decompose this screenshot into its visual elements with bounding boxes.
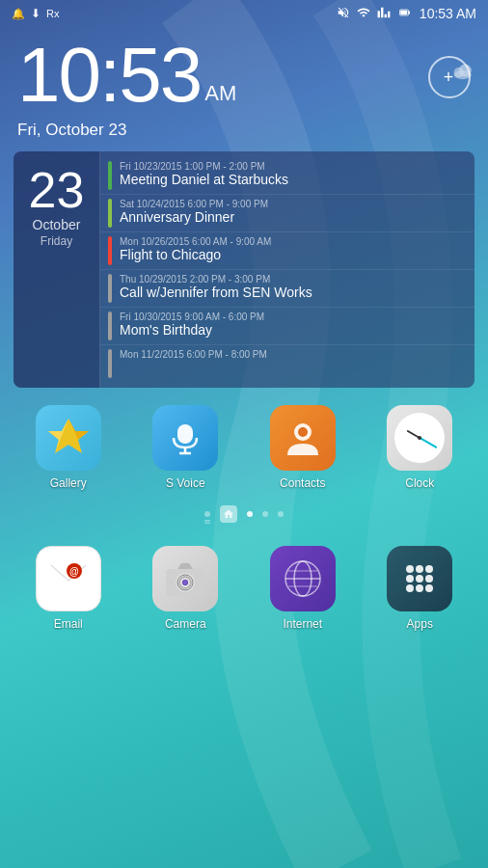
svg-point-40 bbox=[425, 584, 433, 592]
menu-dot-icon bbox=[204, 519, 210, 525]
contacts-icon bbox=[284, 419, 322, 457]
app-email[interactable]: @ Email bbox=[25, 546, 112, 631]
apps-label: Apps bbox=[407, 617, 433, 631]
event-info: Thu 10/29/2015 2:00 PM - 3:00 PM Call w/… bbox=[120, 274, 467, 303]
weather-add-button[interactable]: + bbox=[428, 56, 471, 98]
weather-widget[interactable]: + bbox=[428, 37, 471, 98]
event-color-bar bbox=[108, 236, 112, 265]
app-svoice[interactable]: S Voice bbox=[142, 405, 229, 490]
nav-dots bbox=[0, 498, 488, 536]
event-info: Fri 10/30/2015 9:00 AM - 6:00 PM Mom's B… bbox=[120, 312, 467, 340]
event-datetime: Fri 10/30/2015 9:00 AM - 6:00 PM bbox=[120, 312, 467, 322]
clock-section: 10:53 AM + bbox=[0, 27, 488, 119]
internet-icon bbox=[282, 557, 324, 600]
dot-page1[interactable] bbox=[247, 511, 253, 517]
event-datetime: Thu 10/29/2015 2:00 PM - 3:00 PM bbox=[120, 274, 467, 285]
app-gallery[interactable]: Gallery bbox=[25, 405, 112, 490]
app-contacts[interactable]: Contacts bbox=[259, 405, 346, 490]
battery-icon bbox=[396, 7, 414, 21]
event-datetime: Sat 10/24/2015 6:00 PM - 9:00 PM bbox=[120, 199, 467, 209]
camera-icon-wrap bbox=[152, 546, 218, 611]
status-right-icons: 10:53 AM bbox=[337, 6, 476, 22]
dock-row: @ Email Camera bbox=[0, 536, 488, 642]
clock-label: Clock bbox=[405, 476, 434, 490]
mute-icon bbox=[337, 6, 350, 22]
event-title: Anniversary Dinner bbox=[120, 209, 467, 226]
app-clock[interactable]: Clock bbox=[376, 405, 463, 490]
apps-row: Gallery S Voice Contacts bbox=[0, 388, 488, 498]
calendar-widget[interactable]: 23 October Friday Fri 10/23/2015 1:00 PM… bbox=[14, 151, 474, 388]
clock-min-hand bbox=[420, 437, 437, 448]
svg-rect-16 bbox=[204, 523, 210, 524]
svg-rect-14 bbox=[204, 520, 210, 521]
notification-icon: 🔔 bbox=[12, 8, 25, 20]
svg-point-35 bbox=[406, 575, 414, 583]
event-color-bar bbox=[108, 349, 112, 378]
svg-rect-9 bbox=[177, 424, 193, 444]
svg-point-32 bbox=[406, 565, 414, 573]
event-color-bar bbox=[108, 161, 112, 190]
event-datetime: Mon 11/2/2015 6:00 PM - 8:00 PM bbox=[120, 349, 467, 360]
event-info: Mon 11/2/2015 6:00 PM - 8:00 PM bbox=[120, 349, 467, 378]
dot-home[interactable] bbox=[220, 505, 237, 523]
signal-icon bbox=[377, 6, 391, 22]
email-label: Email bbox=[54, 617, 83, 631]
calendar-event-1: Sat 10/24/2015 6:00 PM - 9:00 PM Anniver… bbox=[100, 195, 474, 232]
dot-page3[interactable] bbox=[278, 511, 284, 517]
clock-time: 10:53 bbox=[17, 37, 201, 114]
event-title: Meeting Daniel at Starbucks bbox=[120, 172, 467, 188]
calendar-day: 23 bbox=[29, 165, 85, 215]
svg-point-26 bbox=[183, 581, 187, 584]
clock-icon-wrap bbox=[387, 405, 452, 471]
time-display: 10:53 AM bbox=[420, 6, 476, 21]
home-icon bbox=[223, 508, 234, 520]
calendar-event-5: Mon 11/2/2015 6:00 PM - 8:00 PM bbox=[100, 345, 474, 382]
svg-text:@: @ bbox=[69, 566, 79, 577]
gallery-icon bbox=[44, 414, 93, 462]
calendar-events: Fri 10/23/2015 1:00 PM - 2:00 PM Meeting… bbox=[100, 151, 474, 388]
svg-point-33 bbox=[416, 565, 423, 573]
status-bar: 🔔 ⬇ Rx 10:53 AM bbox=[0, 0, 488, 27]
event-info: Fri 10/23/2015 1:00 PM - 2:00 PM Meeting… bbox=[120, 161, 467, 190]
app-internet[interactable]: Internet bbox=[259, 546, 346, 631]
cloud-icon bbox=[451, 63, 476, 82]
svg-rect-1 bbox=[408, 11, 410, 14]
svg-point-37 bbox=[425, 575, 433, 583]
apps-icon bbox=[398, 557, 441, 600]
apps-icon-wrap bbox=[387, 546, 452, 611]
svg-point-13 bbox=[298, 427, 308, 437]
app-apps[interactable]: Apps bbox=[376, 546, 463, 631]
calendar-event-2: Mon 10/26/2015 6:00 AM - 9:00 AM Flight … bbox=[100, 232, 474, 270]
svoice-label: S Voice bbox=[166, 476, 205, 490]
svoice-icon-wrap bbox=[152, 405, 218, 471]
email-icon: @ bbox=[47, 561, 90, 596]
svg-point-34 bbox=[425, 565, 433, 573]
dot-page2[interactable] bbox=[262, 511, 268, 517]
date-display: Fri, October 23 bbox=[0, 119, 488, 151]
event-color-bar bbox=[108, 199, 112, 228]
contacts-label: Contacts bbox=[280, 476, 325, 490]
event-datetime: Fri 10/23/2015 1:00 PM - 2:00 PM bbox=[120, 161, 467, 172]
event-title: Flight to Chicago bbox=[120, 247, 467, 263]
clock-hour-hand bbox=[407, 430, 420, 439]
calendar-event-3: Thu 10/29/2015 2:00 PM - 3:00 PM Call w/… bbox=[100, 270, 474, 308]
app-camera[interactable]: Camera bbox=[142, 546, 229, 631]
calendar-date-panel: 23 October Friday bbox=[14, 151, 100, 388]
svg-point-39 bbox=[416, 584, 423, 592]
contacts-icon-wrap bbox=[270, 405, 336, 471]
calendar-event-0: Fri 10/23/2015 1:00 PM - 2:00 PM Meeting… bbox=[100, 157, 474, 195]
event-title: Mom's Birthday bbox=[120, 322, 467, 339]
camera-label: Camera bbox=[165, 617, 206, 631]
calendar-month: October bbox=[33, 217, 81, 232]
wifi-icon bbox=[356, 6, 371, 22]
date-text: Fri, October 23 bbox=[17, 121, 126, 139]
rx-icon: Rx bbox=[46, 8, 59, 19]
svg-marker-21 bbox=[177, 563, 193, 569]
event-title: Call w/Jennifer from SEN Works bbox=[120, 285, 467, 301]
event-color-bar bbox=[108, 312, 112, 340]
svg-point-38 bbox=[406, 584, 414, 592]
clock-ampm: AM bbox=[204, 81, 236, 106]
svg-rect-2 bbox=[400, 10, 407, 14]
clock-display: 10:53 AM bbox=[17, 37, 236, 114]
download-icon: ⬇ bbox=[31, 7, 41, 20]
